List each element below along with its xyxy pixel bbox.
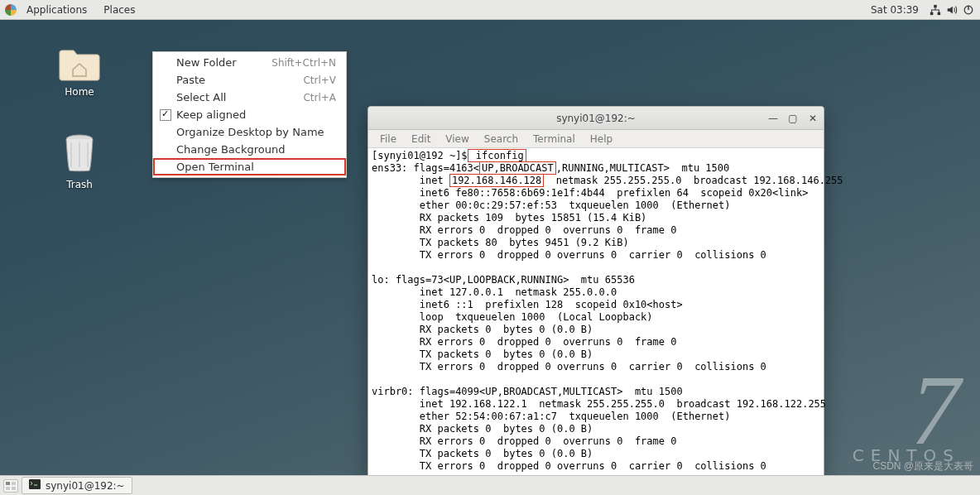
terminal-output[interactable]: [synyi01@192 ~]$ ifconfig ens33: flags=4… xyxy=(368,148,824,476)
ctx-change-background[interactable]: Change Background xyxy=(153,141,346,158)
trash-desktop-icon[interactable]: Trash xyxy=(46,132,113,190)
power-icon[interactable] xyxy=(962,3,975,17)
svg-rect-0 xyxy=(934,4,937,7)
svg-rect-9 xyxy=(12,487,16,490)
menu-search[interactable]: Search xyxy=(478,132,525,147)
menubar: File Edit View Search Terminal Help xyxy=(368,130,824,148)
folder-icon xyxy=(58,46,101,83)
ctx-organize-desktop[interactable]: Organize Desktop by Name xyxy=(153,123,346,141)
ctx-paste[interactable]: Paste Ctrl+V xyxy=(153,71,346,89)
top-panel: Applications Places Sat 03:39 xyxy=(0,0,980,20)
ctx-accel: Ctrl+V xyxy=(303,74,336,86)
centos-version-digit: 7 xyxy=(853,376,960,445)
svg-rect-1 xyxy=(930,12,934,15)
home-label: Home xyxy=(46,86,113,98)
ctx-label: Paste xyxy=(176,74,205,86)
ctx-accel: Shift+Ctrl+N xyxy=(271,57,336,69)
desktop-context-menu: New Folder Shift+Ctrl+N Paste Ctrl+V Sel… xyxy=(152,51,347,178)
clock[interactable]: Sat 03:39 xyxy=(864,2,925,18)
ctx-label: Select All xyxy=(176,91,226,103)
maximize-button[interactable]: ▢ xyxy=(787,113,799,124)
ctx-label: Change Background xyxy=(176,143,285,156)
places-menu[interactable]: Places xyxy=(97,2,142,18)
svg-rect-7 xyxy=(12,482,16,485)
workspace-switcher[interactable] xyxy=(3,479,18,493)
prompt: [synyi01@192 ~]$ xyxy=(372,150,468,161)
centos-watermark: 7 CENTOS xyxy=(853,376,960,465)
close-button[interactable]: ✕ xyxy=(807,113,819,124)
ctx-label: New Folder xyxy=(176,56,237,69)
checkbox-icon xyxy=(160,109,171,121)
menu-edit[interactable]: Edit xyxy=(405,132,437,147)
applications-menu[interactable]: Applications xyxy=(20,2,94,18)
menu-terminal[interactable]: Terminal xyxy=(526,132,582,147)
menu-file[interactable]: File xyxy=(373,132,403,147)
titlebar[interactable]: synyi01@192:~ — ▢ ✕ xyxy=(368,107,824,130)
minimize-button[interactable]: — xyxy=(767,113,779,124)
ctx-label: Organize Desktop by Name xyxy=(176,126,324,138)
distro-logo-icon xyxy=(5,4,17,16)
ctx-select-all[interactable]: Select All Ctrl+A xyxy=(153,89,346,106)
volume-icon[interactable] xyxy=(945,3,958,17)
ip-highlight: 192.168.146.128 xyxy=(449,174,544,187)
ctx-new-folder[interactable]: New Folder Shift+Ctrl+N xyxy=(153,54,346,71)
network-icon[interactable] xyxy=(929,3,942,17)
window-title: synyi01@192:~ xyxy=(556,113,636,124)
menu-view[interactable]: View xyxy=(439,132,475,147)
flags-highlight: UP,BROADCAST xyxy=(479,161,556,175)
ctx-label: Open Terminal xyxy=(176,161,254,173)
csdn-watermark: CSDN @原来是大表哥 xyxy=(872,459,973,473)
home-desktop-icon[interactable]: Home xyxy=(46,46,113,98)
bottom-panel: synyi01@192:~ xyxy=(0,475,980,495)
terminal-lines: inet6 fe80::7658:6b69:1e1f:4b44 prefixle… xyxy=(372,187,826,472)
terminal-icon xyxy=(29,479,41,492)
svg-rect-8 xyxy=(6,487,10,490)
ctx-label: Keep aligned xyxy=(176,108,246,121)
ctx-keep-aligned[interactable]: Keep aligned xyxy=(153,106,346,123)
terminal-window: synyi01@192:~ — ▢ ✕ File Edit View Searc… xyxy=(368,106,824,477)
taskbar-terminal[interactable]: synyi01@192:~ xyxy=(22,477,132,494)
svg-rect-6 xyxy=(6,482,10,485)
trash-icon xyxy=(61,132,98,175)
taskbar-label: synyi01@192:~ xyxy=(46,480,125,492)
trash-label: Trash xyxy=(46,179,113,190)
menu-help[interactable]: Help xyxy=(584,132,619,147)
ctx-accel: Ctrl+A xyxy=(303,92,336,103)
command-highlight: ifconfig xyxy=(468,149,526,162)
ctx-open-terminal[interactable]: Open Terminal xyxy=(153,158,346,175)
svg-rect-2 xyxy=(938,12,941,15)
